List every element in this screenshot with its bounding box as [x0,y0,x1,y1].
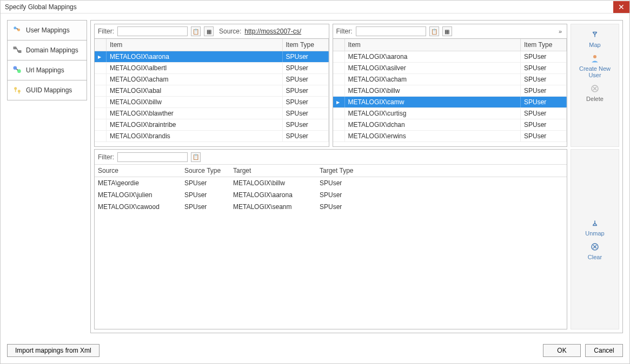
row-selector[interactable]: ▸ [333,97,345,107]
cell-item: METALOGIX\blawther [107,108,283,119]
grid-view-button[interactable]: ▦ [204,26,214,36]
cell-type: SPUser [521,51,567,62]
grid-row[interactable]: ▸METALOGIX\camwSPUser [333,97,567,108]
grid-row[interactable]: METALOGIX\aaronaSPUser [333,51,567,63]
filter-apply-button[interactable]: 📋 [191,26,201,36]
col-selector[interactable] [333,39,345,51]
grid-row[interactable]: METALOGIX\blawtherSPUser [95,108,329,119]
col-target[interactable]: Target [230,165,316,177]
col-selector[interactable] [95,39,107,51]
row-selector[interactable] [95,131,107,141]
filter-apply-button[interactable]: 📋 [191,152,201,162]
source-label: Source: [219,28,241,35]
row-selector[interactable] [95,97,107,107]
grid-row[interactable]: METALOGIX\achamSPUser [333,74,567,85]
target-grid-body[interactable]: METALOGIX\aaronaSPUserMETALOGIX\asilverS… [333,51,567,146]
cell-type: SPUser [283,119,329,130]
grid-row[interactable]: METALOGIX\albertlSPUser [95,63,329,74]
cancel-button[interactable]: Cancel [585,344,623,357]
col-item[interactable]: Item [107,39,283,51]
cell-type: SPUser [521,119,567,130]
grid-row[interactable]: METALOGIX\billwSPUser [333,85,567,97]
grid-row[interactable]: METALOGIX\braintribeSPUser [95,119,329,131]
close-button[interactable]: ✕ [613,1,629,13]
source-list-panel: Filter: 📋 ▦ Source: http://moss2007-cs/ [94,24,329,147]
row-selector[interactable] [333,131,345,141]
dialog-title: Specify Global Mappings [5,3,613,11]
main-panel: Filter: 📋 ▦ Source: http://moss2007-cs/ [90,20,623,333]
import-xml-button[interactable]: Import mappings from Xml [7,344,100,357]
source-grid-body[interactable]: ▸METALOGIX\aaronaSPUserMETALOGIX\albertl… [95,51,329,146]
mapping-row[interactable]: METALOGIX\cawoodSPUserMETALOGIX\seanmSPU… [95,201,567,213]
source-url[interactable]: http://moss2007-cs/ [244,28,301,35]
mapping-row[interactable]: META\geordieSPUserMETALOGIX\billwSPUser [95,177,567,189]
col-item[interactable]: Item [345,39,521,51]
grid-row[interactable]: METALOGIX\curtisgSPUser [333,108,567,119]
row-selector[interactable]: ▸ [95,51,107,62]
tab-guid-mappings[interactable]: GUID Mappings [7,80,87,100]
grid-row[interactable]: METALOGIX\erwinsSPUser [333,131,567,142]
row-selector[interactable] [95,63,107,73]
cell-type: SPUser [283,108,329,119]
tab-label: Domain Mappings [26,46,78,54]
source-filter-input[interactable] [117,26,188,36]
map-button[interactable]: Map [589,30,600,48]
footer: Import mappings from Xml OK Cancel [1,340,629,363]
row-selector[interactable] [333,108,345,119]
row-selector[interactable] [95,85,107,96]
grid-row[interactable]: METALOGIX\asilverSPUser [333,63,567,74]
col-type[interactable]: Item Type [283,39,329,51]
target-filter-input[interactable] [356,26,426,36]
tab-user-mappings[interactable]: User Mappings [7,20,87,41]
row-selector[interactable] [333,63,345,73]
source-filter-row: Filter: 📋 ▦ Source: http://moss2007-cs/ [94,24,329,39]
create-new-user-button[interactable]: Create New User [572,53,618,78]
filter-icon: 📋 [193,154,199,160]
row-selector[interactable] [333,119,345,130]
cell-item: METALOGIX\dchan [345,119,521,130]
unmap-button[interactable]: Unmap [585,218,604,237]
col-source[interactable]: Source [95,165,181,177]
clear-button[interactable]: Clear [588,242,602,260]
cell-type: SPUser [283,63,329,73]
row-selector[interactable] [95,108,107,119]
cell-item: METALOGIX\aarona [107,51,283,62]
row-selector[interactable] [333,74,345,85]
expand-button[interactable]: » [557,28,563,35]
cell-type: SPUser [283,74,329,85]
ok-button[interactable]: OK [543,344,581,357]
mappings-body[interactable]: META\geordieSPUserMETALOGIX\billwSPUserM… [95,177,567,329]
col-type[interactable]: Item Type [521,39,567,51]
mapping-row[interactable]: METALOGIX\julienSPUserMETALOGIX\aaronaSP… [95,189,567,201]
grid-view-button[interactable]: ▦ [442,26,452,36]
cell-item: METALOGIX\erwins [345,131,521,141]
grid-row[interactable]: METALOGIX\billwSPUser [95,97,329,108]
col-target-type[interactable]: Target Type [316,165,365,177]
action-label: Clear [588,254,602,260]
user-icon [590,53,600,64]
cell-item: METALOGIX\asilver [345,63,521,73]
action-label: Unmap [585,230,604,237]
tab-domain-mappings[interactable]: Domain Mappings [7,41,87,60]
tab-url-mappings[interactable]: Url Mappings [7,60,87,80]
grid-row[interactable]: METALOGIX\dchanSPUser [333,119,567,131]
mapping-cell-target: METALOGIX\seanm [230,201,316,213]
cell-item: METALOGIX\abal [107,85,283,96]
filter-apply-button[interactable]: 📋 [429,26,439,36]
row-selector[interactable] [95,119,107,130]
mapping-cell-source-type: SPUser [181,177,230,189]
grid-row[interactable]: METALOGIX\abalSPUser [95,85,329,97]
row-selector[interactable] [333,51,345,62]
delete-button: Delete [586,84,604,102]
cell-type: SPUser [283,97,329,107]
mappings-filter-input[interactable] [117,152,188,162]
col-source-type[interactable]: Source Type [181,165,230,177]
grid-row[interactable]: METALOGIX\achamSPUser [95,74,329,85]
row-selector[interactable] [333,85,345,96]
grid-row[interactable]: ▸METALOGIX\aaronaSPUser [95,51,329,63]
filter-icon: 📋 [431,29,437,35]
grid-row[interactable]: METALOGIX\brandisSPUser [95,131,329,142]
mappings-filter-row: Filter: 📋 [95,150,567,165]
row-selector[interactable] [95,74,107,85]
mapping-cell-source-type: SPUser [181,189,230,201]
